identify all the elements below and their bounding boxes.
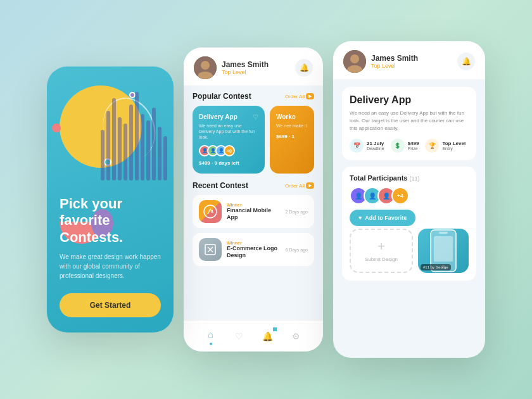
svg-point-8 <box>350 54 359 63</box>
participant-avatars: 👤 👤 👤 +4 <box>350 187 469 205</box>
card1-price: $499 · 9 days left <box>199 160 258 166</box>
bottom-navigation: ⌂ ♡ 🔔 ⚙ <box>184 320 323 352</box>
submit-row: + Submit Design #11 by George <box>350 229 469 273</box>
recent-section-header: Recent Contest Order All ▶ <box>193 181 314 190</box>
detail-header: James Smith Top Level 🔔 <box>333 41 485 79</box>
home-icon[interactable]: ⌂ <box>203 327 218 342</box>
deadline-label: Deadline <box>367 146 384 151</box>
svg-point-3 <box>204 205 217 218</box>
card1-avatars: 👤 👤 👤 +8 <box>199 145 258 156</box>
card1-title: Delivery App <box>199 113 238 120</box>
deco-purple-dot <box>129 92 136 98</box>
detail-screen: James Smith Top Level 🔔 Delivery App We … <box>333 41 485 358</box>
popular-link[interactable]: Order All ▶ <box>285 93 314 99</box>
card2-title: Worko <box>276 113 308 120</box>
intro-content: Pick your favorite Contests. We make gre… <box>60 196 161 317</box>
deco-teal-dot <box>104 158 111 166</box>
recent-title-2: E-Commerce Logo Design <box>227 245 281 259</box>
financial-thumbnail <box>199 200 222 223</box>
nav-home[interactable]: ⌂ <box>203 327 218 345</box>
list-body: Popular Contest Order All ▶ Delivery App… <box>184 86 323 320</box>
add-to-favorite-button[interactable]: ♥ Add to Favorite <box>350 210 415 226</box>
participants-title: Total Participants (11) <box>350 174 469 182</box>
recent-date-1: 2 Days ago <box>286 210 308 214</box>
ecommerce-thumbnail <box>199 238 222 261</box>
user-text: James Smith Top Level <box>222 60 269 75</box>
card2-desc: We nee make it <box>276 123 308 129</box>
submit-design-box[interactable]: + Submit Design <box>350 229 413 273</box>
participants-card: Total Participants (11) 👤 👤 👤 +4 ♥ Add t… <box>342 167 476 281</box>
prize-icon: 💲 <box>391 139 405 153</box>
prize-stat: 💲 $499 Prize <box>391 139 419 153</box>
intro-subtitle: We make great design work happen with ou… <box>60 252 161 281</box>
notification-icon[interactable]: 🔔 <box>260 329 276 344</box>
plus-icon: + <box>377 239 385 254</box>
intro-screen: Pick your favorite Contests. We make gre… <box>47 66 174 332</box>
recent-list: Winner Financial Mobile App 2 Days ago W… <box>193 195 314 266</box>
recent-title-1: Financial Mobile App <box>227 207 281 221</box>
user-level: Top Level <box>222 69 269 75</box>
entry-stat: 🏆 Top Level Entry <box>425 139 466 153</box>
intro-title-line1: Pick your favorite <box>60 196 122 228</box>
detail-user-profile: James Smith Top Level <box>343 50 418 73</box>
popular-cards: Delivery App ♡ We need an easy use Deliv… <box>193 106 314 174</box>
recent-item-2[interactable]: Winner E-Commerce Logo Design 6 Days ago <box>193 233 314 266</box>
entry-icon: 🏆 <box>425 139 439 153</box>
notif-badge <box>273 327 277 331</box>
prize-value: $499 <box>408 141 419 146</box>
intro-title: Pick your favorite Contests. <box>60 196 161 246</box>
popular-title: Popular Contest <box>193 92 251 101</box>
card1-heart-icon[interactable]: ♡ <box>253 113 258 120</box>
submission-preview[interactable]: #11 by George <box>418 229 469 273</box>
heart-icon[interactable]: ♡ <box>232 329 247 344</box>
avatar <box>194 56 217 79</box>
participants-count: (11) <box>410 175 420 182</box>
participant-count: +8 <box>224 145 235 156</box>
card2-price: $699 · 1 <box>276 134 308 139</box>
recent-item-1[interactable]: Winner Financial Mobile App 2 Days ago <box>193 195 314 228</box>
recent-info-2: Winner E-Commerce Logo Design <box>227 241 281 259</box>
winner-badge-2: Winner <box>227 241 281 245</box>
app-title: Delivery App <box>350 94 469 106</box>
deadline-stat: 📅 21 July Deadline <box>350 139 384 153</box>
deco-yellow-circle <box>60 86 142 168</box>
detail-bell-icon[interactable]: 🔔 <box>457 53 475 70</box>
user-name: James Smith <box>222 60 269 69</box>
recent-link[interactable]: Order All ▶ <box>285 182 314 189</box>
preview-badge: #11 by George <box>421 264 451 270</box>
recent-info-1: Winner Financial Mobile App <box>227 203 281 221</box>
detail-user-name: James Smith <box>371 54 418 63</box>
winner-badge-1: Winner <box>227 203 281 207</box>
heart-icon: ♥ <box>358 215 362 221</box>
svg-point-1 <box>201 61 210 70</box>
settings-icon[interactable]: ⚙ <box>289 329 304 344</box>
notification-bell-icon[interactable]: 🔔 <box>295 59 313 77</box>
entry-value: Top Level <box>442 141 466 146</box>
popular-section-header: Popular Contest Order All ▶ <box>193 92 314 101</box>
recent-title: Recent Contest <box>193 181 248 190</box>
submit-label: Submit Design <box>365 256 398 262</box>
prize-label: Prize <box>408 146 419 151</box>
worko-card[interactable]: Worko We nee make it $699 · 1 <box>270 106 314 174</box>
deadline-icon: 📅 <box>350 139 364 153</box>
deco-pink-dot <box>52 124 61 132</box>
deadline-value: 21 July <box>367 141 384 146</box>
contest-list-screen: James Smith Top Level 🔔 Popular Contest … <box>184 48 323 352</box>
user-profile: James Smith Top Level <box>194 56 269 79</box>
svg-rect-11 <box>434 236 453 262</box>
detail-avatar <box>343 50 366 73</box>
deco-bar-chart <box>101 79 167 180</box>
deco-curve-line <box>94 90 163 167</box>
detail-user-text: James Smith Top Level <box>371 54 418 69</box>
card1-desc: We need an easy use Delivery App but wit… <box>199 123 258 140</box>
intro-title-line2: Contests. <box>60 229 123 245</box>
recent-date-2: 6 Days ago <box>286 248 308 252</box>
get-started-button[interactable]: Get Started <box>60 293 161 317</box>
app-stats: 📅 21 July Deadline 💲 $499 Prize <box>350 139 469 153</box>
delivery-app-card[interactable]: Delivery App ♡ We need an easy use Deliv… <box>193 106 265 174</box>
home-active-dot <box>210 343 212 345</box>
detail-body: Delivery App We need an easy use Deliver… <box>333 79 485 358</box>
app-desc: We need an easy use Delivery App but wit… <box>350 110 469 132</box>
participant-more: +4 <box>391 187 409 205</box>
list-header: James Smith Top Level 🔔 <box>184 48 323 86</box>
